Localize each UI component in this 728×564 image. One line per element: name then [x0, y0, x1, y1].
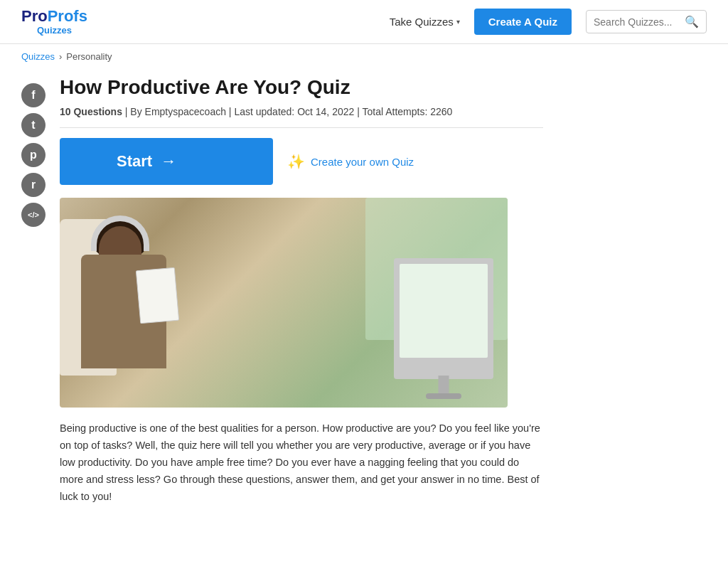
twitter-share-button[interactable]: t — [21, 113, 46, 137]
breadcrumb-separator: › — [59, 51, 62, 62]
header: ProProfs Quizzes Take Quizzes ▾ Create A… — [0, 0, 728, 44]
nav-take-quizzes[interactable]: Take Quizzes ▾ — [390, 16, 460, 28]
create-own-quiz-label: Create your own Quiz — [311, 156, 414, 168]
logo: ProProfs Quizzes — [21, 9, 87, 35]
start-button[interactable]: Start → — [60, 138, 273, 185]
chevron-down-icon: ▾ — [456, 18, 460, 26]
create-quiz-icon: ✨ — [287, 153, 305, 170]
content-area: How Productive Are You? Quiz 10 Question… — [60, 76, 543, 506]
start-area: Start → ✨ Create your own Quiz — [60, 138, 543, 185]
quiz-total-attempts: Total Attempts: 2260 — [362, 106, 452, 117]
reddit-share-button[interactable]: r — [21, 173, 46, 197]
quiz-image — [60, 198, 508, 408]
logo-profs: Profs — [48, 7, 87, 25]
breadcrumb-category: Personality — [66, 51, 112, 62]
create-quiz-button[interactable]: Create A Quiz — [474, 9, 572, 35]
nav-take-quizzes-label: Take Quizzes — [390, 16, 454, 28]
facebook-share-button[interactable]: f — [21, 83, 46, 107]
main-container: f t p r </> How Productive Are You? Quiz… — [0, 69, 728, 527]
quiz-title: How Productive Are You? Quiz — [60, 76, 543, 99]
logo-text: ProProfs — [21, 9, 87, 24]
quiz-last-updated: Last updated: Oct 14, 2022 — [234, 106, 354, 117]
logo-pro: Pro — [21, 7, 48, 25]
breadcrumb: Quizzes › Personality — [0, 44, 728, 69]
quiz-description: Being productive is one of the best qual… — [60, 420, 543, 506]
social-sidebar: f t p r </> — [21, 76, 46, 506]
questions-count: 10 Questions — [60, 106, 122, 117]
search-input[interactable] — [594, 16, 680, 28]
embed-button[interactable]: </> — [21, 203, 46, 227]
quiz-author: By Emptyspacecoach — [130, 106, 226, 117]
quiz-meta: 10 Questions | By Emptyspacecoach | Last… — [60, 106, 543, 128]
pinterest-share-button[interactable]: p — [21, 143, 46, 167]
logo-quizzes: Quizzes — [21, 26, 87, 35]
start-label: Start — [117, 152, 152, 171]
search-box: 🔍 — [586, 10, 707, 33]
search-icon: 🔍 — [685, 15, 699, 28]
breadcrumb-quizzes[interactable]: Quizzes — [21, 51, 55, 62]
start-arrow-icon: → — [161, 152, 176, 171]
create-own-quiz-link[interactable]: ✨ Create your own Quiz — [287, 153, 414, 170]
